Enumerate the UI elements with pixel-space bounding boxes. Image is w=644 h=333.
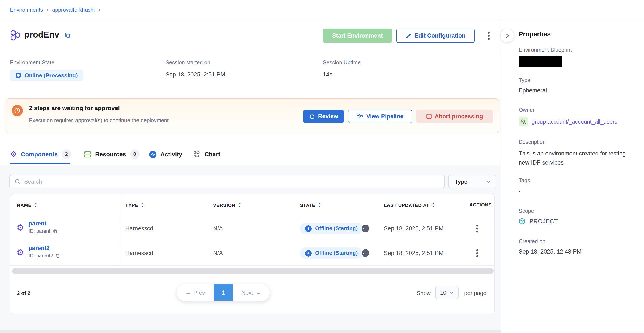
header-more-menu-icon[interactable] xyxy=(486,31,492,40)
approval-banner: 2 steps are waiting for approval Executi… xyxy=(6,98,499,133)
type-label: Type xyxy=(519,77,530,83)
top-bar: Environments > approvalforkhushi > xyxy=(0,0,644,19)
tags-value: - xyxy=(519,188,520,194)
arrow-right-icon: → xyxy=(256,289,261,296)
collapse-panel-button[interactable] xyxy=(500,28,514,43)
row-actions-menu-icon[interactable] xyxy=(474,249,480,258)
sync-icon xyxy=(309,113,315,119)
approval-banner-title: 2 steps are waiting for approval xyxy=(29,104,120,111)
pagination-pill: ← Prev 1 Next → xyxy=(177,284,270,301)
state-more-icon[interactable]: ··· xyxy=(362,249,369,257)
search-box xyxy=(9,175,445,188)
prev-page-button[interactable]: ← Prev xyxy=(177,289,214,296)
arrow-left-icon: ← xyxy=(185,289,191,296)
resources-servers-icon xyxy=(84,151,91,158)
next-page-button[interactable]: Next → xyxy=(233,289,270,296)
sort-icon xyxy=(34,202,38,208)
start-environment-button[interactable]: Start Environment xyxy=(323,28,392,43)
active-tab-underline xyxy=(10,163,70,164)
sort-icon xyxy=(318,202,322,208)
edit-configuration-button[interactable]: Edit Configuration xyxy=(396,28,474,43)
lightning-icon xyxy=(305,225,312,232)
blueprint-label: Environment Blueprint xyxy=(519,47,572,53)
sort-icon xyxy=(238,202,242,208)
page-horizontal-scrollbar[interactable] xyxy=(0,330,501,333)
column-header-name[interactable]: NAME xyxy=(17,202,38,208)
table-row: ⚙ parent ID: parent Harnesscd N/A xyxy=(10,216,494,241)
component-version: N/A xyxy=(213,225,223,232)
component-last-updated: Sep 18, 2025, 2:51 PM xyxy=(384,225,444,232)
breadcrumb-separator-icon: > xyxy=(46,7,49,13)
table-header-row: NAME TYPE VERSION STATE LAST UPDATED AT xyxy=(10,194,494,216)
component-id: ID: parent xyxy=(28,229,57,234)
column-header-last-updated[interactable]: LAST UPDATED AT xyxy=(384,202,435,208)
environment-hexagons-icon xyxy=(10,29,21,41)
description-value: This is an environment created for testi… xyxy=(519,149,636,167)
owner-value-link[interactable]: group:account/_account_all_users xyxy=(532,118,617,125)
state-more-icon[interactable]: ··· xyxy=(362,225,369,232)
component-name-link[interactable]: parent xyxy=(28,220,57,227)
online-status-icon xyxy=(16,72,21,78)
current-page-button[interactable]: 1 xyxy=(214,284,233,301)
owner-label: Owner xyxy=(519,107,535,113)
owner-group-icon xyxy=(519,117,528,126)
chevron-down-icon xyxy=(486,179,491,184)
copy-id-icon[interactable] xyxy=(52,229,57,233)
table-horizontal-scrollbar[interactable] xyxy=(12,268,494,274)
component-id: ID: parent2 xyxy=(28,253,60,258)
tab-activity[interactable]: Activity xyxy=(149,148,182,161)
tab-components[interactable]: ⚙ Components 2 xyxy=(10,148,71,161)
environment-details-page: Environments > approvalforkhushi > prodE… xyxy=(0,0,644,333)
breadcrumb-environments[interactable]: Environments xyxy=(10,7,43,13)
tab-resources[interactable]: Resources 0 xyxy=(84,148,140,161)
scope-label: Scope xyxy=(519,208,534,214)
type-filter-dropdown[interactable]: Type xyxy=(448,175,496,188)
row-actions-menu-icon[interactable] xyxy=(474,224,480,233)
copy-id-icon[interactable] xyxy=(55,253,60,258)
stop-square-icon xyxy=(426,114,432,119)
waiting-clock-icon xyxy=(12,105,23,116)
column-header-state[interactable]: STATE xyxy=(300,202,322,208)
description-label: Description xyxy=(519,139,546,145)
breadcrumb-approvalforkhushi[interactable]: approvalforkhushi xyxy=(52,7,95,13)
chevron-right-icon xyxy=(504,33,510,39)
pencil-icon xyxy=(406,33,412,39)
tab-bar: ⚙ Components 2 Resources 0 xyxy=(0,148,501,165)
session-started-value: Sep 18, 2025, 2:51 PM xyxy=(166,71,225,78)
table-row: ⚙ parent2 ID: parent2 Harnesscd N/A xyxy=(10,241,494,266)
column-header-version[interactable]: VERSION xyxy=(213,202,242,208)
scope-cube-icon xyxy=(519,218,526,225)
component-gear-icon: ⚙ xyxy=(16,248,24,256)
created-on-value: Sep 18, 2025, 12:43 PM xyxy=(519,248,582,255)
component-last-updated: Sep 18, 2025, 2:51 PM xyxy=(384,250,444,256)
review-button[interactable]: Review xyxy=(303,110,344,123)
component-version: N/A xyxy=(213,250,223,256)
session-uptime-label: Session Uptime xyxy=(323,60,361,66)
copy-name-icon[interactable] xyxy=(64,32,71,38)
sort-icon xyxy=(140,202,144,208)
abort-processing-button[interactable]: Abort processing xyxy=(416,110,493,123)
chevron-down-icon xyxy=(449,290,454,295)
properties-panel: Properties Environment Blueprint Type Ep… xyxy=(501,19,644,333)
search-input[interactable] xyxy=(24,178,440,185)
tab-chart[interactable]: Chart xyxy=(193,148,220,161)
component-name-link[interactable]: parent2 xyxy=(28,245,60,251)
components-gear-icon: ⚙ xyxy=(10,150,17,158)
approval-banner-subtitle: Execution requires approval(s) to contin… xyxy=(29,117,168,123)
type-value: Ephemeral xyxy=(519,87,547,94)
pagination-summary: 2 of 2 xyxy=(17,290,30,296)
components-count-badge: 2 xyxy=(62,149,71,159)
column-header-type[interactable]: TYPE xyxy=(125,202,144,208)
environment-state-badge: Online (Processing) xyxy=(10,69,84,81)
page-size-dropdown[interactable]: 10 xyxy=(435,286,458,299)
session-uptime-value: 14s xyxy=(323,71,332,78)
pipeline-icon xyxy=(357,113,363,120)
breadcrumb-separator-icon: > xyxy=(98,7,101,13)
resources-count-badge: 0 xyxy=(130,149,140,159)
created-on-label: Created on xyxy=(519,238,546,245)
column-header-actions: ACTIONS xyxy=(470,202,492,207)
properties-title: Properties xyxy=(519,30,551,37)
blueprint-value-redacted xyxy=(519,56,562,66)
sort-icon xyxy=(431,202,435,208)
view-pipeline-button[interactable]: View Pipeline xyxy=(348,110,412,123)
